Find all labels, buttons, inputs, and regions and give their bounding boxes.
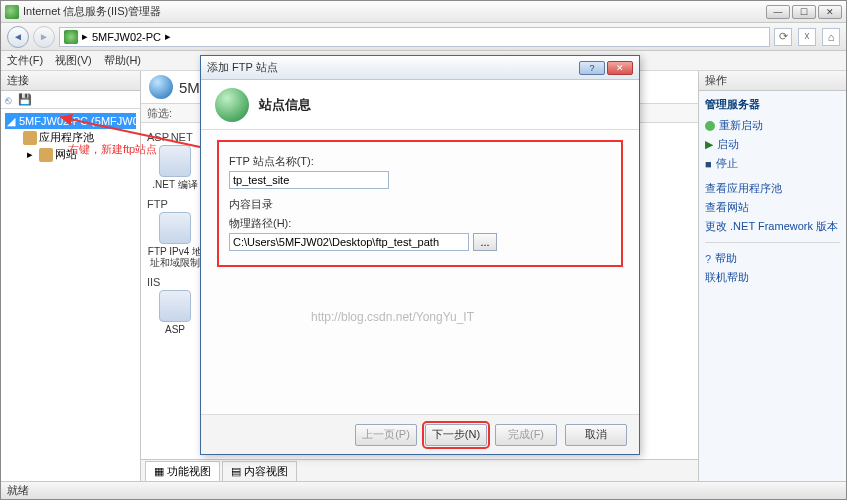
action-view-sites[interactable]: 查看网站: [705, 198, 840, 217]
browse-button[interactable]: ...: [473, 233, 497, 251]
titlebar: Internet 信息服务(IIS)管理器 — ☐ ✕: [1, 1, 846, 23]
feature-icon[interactable]: FTP IPv4 地址和域限制: [147, 212, 203, 268]
breadcrumb-node: 5MFJW02-PC: [92, 31, 161, 43]
close-button[interactable]: ✕: [818, 5, 842, 19]
minimize-button[interactable]: —: [766, 5, 790, 19]
feature-icon[interactable]: ASP: [147, 290, 203, 346]
dialog-title: 添加 FTP 站点: [207, 60, 579, 75]
highlight-box: FTP 站点名称(T): 内容目录 物理路径(H): ...: [217, 140, 623, 267]
action-online-help[interactable]: 联机帮助: [705, 268, 840, 287]
connections-panel: 连接 ⎋ 💾 ◢ 5MFJW02-PC (5MFJW02-PC 应用程序池 ▸ …: [1, 71, 141, 481]
connections-header: 连接: [1, 71, 140, 91]
path-label: 物理路径(H):: [229, 216, 611, 231]
tree-server-label: 5MFJW02-PC (5MFJW02-PC: [19, 115, 140, 127]
tree-server-node[interactable]: ◢ 5MFJW02-PC (5MFJW02-PC: [5, 113, 136, 129]
dialog-help-button[interactable]: ?: [579, 61, 605, 75]
breadcrumb[interactable]: ▸ 5MFJW02-PC ▸: [59, 27, 770, 47]
apppool-icon: [23, 131, 37, 145]
tab-content[interactable]: ▤内容视图: [222, 461, 297, 481]
menu-help[interactable]: 帮助(H): [104, 53, 141, 68]
action-change-net[interactable]: 更改 .NET Framework 版本: [705, 217, 840, 236]
filter-label: 筛选:: [147, 106, 172, 121]
manage-server-section: 管理服务器: [705, 97, 840, 112]
server-icon: [64, 30, 78, 44]
back-button[interactable]: ◄: [7, 26, 29, 48]
action-help[interactable]: ?帮助: [705, 249, 840, 268]
globe-icon: [215, 88, 249, 122]
connect-icon[interactable]: ⎋: [5, 94, 12, 106]
action-stop[interactable]: ■停止: [705, 154, 840, 173]
menu-view[interactable]: 视图(V): [55, 53, 92, 68]
home-button[interactable]: ⌂: [822, 28, 840, 46]
help-icon: ?: [705, 253, 711, 265]
finish-button: 完成(F): [495, 424, 557, 446]
annotation-text: 右键，新建ftp站点: [68, 142, 157, 157]
forward-button[interactable]: ►: [33, 26, 55, 48]
save-icon[interactable]: 💾: [18, 93, 32, 106]
restart-icon: [705, 121, 715, 131]
content-icon: ▤: [231, 465, 241, 478]
path-input[interactable]: [229, 233, 469, 251]
page-title: 5M: [179, 79, 200, 96]
next-button[interactable]: 下一步(N): [425, 424, 487, 446]
status-ready: 就绪: [7, 483, 29, 498]
stop-button[interactable]: ☓: [798, 28, 816, 46]
action-view-apppools[interactable]: 查看应用程序池: [705, 179, 840, 198]
prev-button: 上一页(P): [355, 424, 417, 446]
action-start[interactable]: ▶启动: [705, 135, 840, 154]
menu-file[interactable]: 文件(F): [7, 53, 43, 68]
content-section-label: 内容目录: [229, 197, 611, 212]
iis-icon: [5, 5, 19, 19]
actions-header: 操作: [699, 71, 846, 91]
action-restart[interactable]: 重新启动: [705, 116, 840, 135]
dialog-titlebar: 添加 FTP 站点 ? ✕: [201, 56, 639, 80]
window-title: Internet 信息服务(IIS)管理器: [23, 4, 766, 19]
dialog-header-title: 站点信息: [259, 96, 311, 114]
site-name-input[interactable]: [229, 171, 389, 189]
watermark: http://blog.csdn.net/YongYu_IT: [311, 310, 474, 324]
play-icon: ▶: [705, 138, 713, 151]
add-ftp-site-dialog: 添加 FTP 站点 ? ✕ 站点信息 FTP 站点名称(T): 内容目录 物理路…: [200, 55, 640, 455]
statusbar: 就绪: [1, 481, 846, 499]
features-icon: ▦: [154, 465, 164, 478]
actions-panel: 操作 管理服务器 重新启动 ▶启动 ■停止 查看应用程序池 查看网站 更改 .N…: [698, 71, 846, 481]
tab-features[interactable]: ▦功能视图: [145, 461, 220, 481]
stop-icon: ■: [705, 158, 712, 170]
dialog-close-button[interactable]: ✕: [607, 61, 633, 75]
site-name-label: FTP 站点名称(T):: [229, 154, 611, 169]
cancel-button[interactable]: 取消: [565, 424, 627, 446]
nav-row: ◄ ► ▸ 5MFJW02-PC ▸ ⟳ ☓ ⌂: [1, 23, 846, 51]
server-globe-icon: [149, 75, 173, 99]
refresh-button[interactable]: ⟳: [774, 28, 792, 46]
sites-icon: [39, 148, 53, 162]
dialog-header: 站点信息: [201, 80, 639, 130]
maximize-button[interactable]: ☐: [792, 5, 816, 19]
